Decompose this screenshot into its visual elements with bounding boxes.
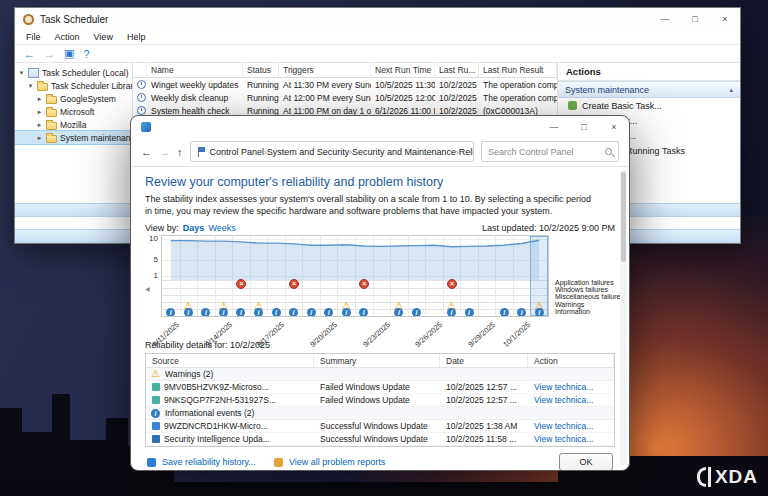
minimize-icon[interactable]: — — [650, 8, 680, 30]
menu-item-file[interactable]: File — [19, 32, 48, 42]
xda-watermark: XDA — [697, 466, 758, 488]
scrollbar[interactable] — [620, 170, 627, 465]
tree-item-system-maintenance[interactable]: ▸System maintenance — [15, 131, 132, 144]
menu-item-action[interactable]: Action — [48, 32, 87, 42]
help-icon[interactable]: ? — [83, 48, 89, 60]
info-icon: i — [219, 308, 228, 317]
column-header-last-ru-[interactable]: Last Ru... — [435, 63, 479, 77]
grid-line — [162, 280, 548, 281]
column-header-next-run-time[interactable]: Next Run Time — [371, 63, 435, 77]
expand-icon[interactable]: ▸ — [36, 134, 43, 142]
actions-section-header[interactable]: System maintenance ▴ — [558, 81, 740, 98]
minimize-icon[interactable]: — — [539, 116, 569, 137]
details-column-summary[interactable]: Summary — [314, 354, 440, 367]
details-date: 10/2/2025 12:57 ... — [440, 382, 528, 392]
window-icon[interactable]: ▣ — [64, 47, 74, 60]
view-technical-link[interactable]: View technica... — [534, 395, 593, 405]
task-status: Running — [243, 93, 279, 103]
task-row[interactable]: Weekly disk cleanupRunningAt 12:00 PM ev… — [133, 91, 557, 104]
details-group-label: Informational events (2) — [165, 408, 254, 418]
collapse-icon[interactable]: ▴ — [729, 86, 733, 94]
details-group-info: iInformational events (2) — [146, 407, 614, 420]
details-action: View technica... — [528, 421, 614, 431]
view-days-link[interactable]: Days — [183, 223, 205, 233]
view-technical-link[interactable]: View technica... — [534, 434, 593, 444]
scroll-left-icon[interactable]: ◀ — [145, 285, 150, 292]
expand-icon[interactable]: ▸ — [36, 95, 43, 103]
info-icon: i — [517, 308, 526, 317]
tree-item-library[interactable]: ▾Task Scheduler Library — [15, 79, 132, 92]
y-axis-label: 10 — [149, 234, 158, 243]
grid-line — [162, 276, 548, 277]
column-header-status[interactable]: Status — [243, 63, 279, 77]
expand-icon[interactable]: ▸ — [36, 121, 43, 129]
action-item-create-basic-task[interactable]: Create Basic Task... — [558, 98, 740, 113]
task-scheduler-tree: ▾Task Scheduler (Local)▾Task Scheduler L… — [15, 63, 133, 203]
breadcrumb-item[interactable]: System and Security — [267, 147, 350, 157]
column-header-name[interactable]: Name — [147, 63, 243, 77]
view-technical-link[interactable]: View technica... — [534, 382, 593, 392]
view-reports-link[interactable]: View all problem reports — [289, 457, 385, 467]
view-weeks-link[interactable]: Weeks — [208, 223, 235, 233]
legend-item: Windows failures — [555, 286, 608, 293]
breadcrumb[interactable]: Control Panel›System and Security›Securi… — [190, 141, 475, 162]
task-row[interactable]: Winget weekly updatesRunningAt 11:30 PM … — [133, 78, 557, 91]
maximize-icon[interactable]: □ — [680, 8, 710, 30]
breadcrumb-item[interactable]: Reliability Monitor — [459, 147, 474, 157]
task-scheduler-titlebar[interactable]: Task Scheduler — □ × — [15, 8, 740, 30]
error-icon: × — [289, 279, 299, 289]
actions-section-label: System maintenance — [565, 85, 649, 95]
breadcrumb-item[interactable]: Control Panel — [210, 147, 265, 157]
back-icon[interactable]: ← — [24, 48, 35, 60]
details-row[interactable]: 9WZDNCRD1HKW-Micro...Successful Windows … — [146, 420, 614, 433]
back-icon[interactable]: ← — [141, 146, 152, 158]
breadcrumb-item[interactable]: Security and Maintenance — [352, 147, 456, 157]
details-source: 9WZDNCRD1HKW-Micro... — [146, 421, 314, 431]
menu-item-view[interactable]: View — [87, 32, 120, 42]
details-date: 10/2/2025 1:38 AM — [440, 421, 528, 431]
reliability-titlebar[interactable]: — □ × — [131, 116, 629, 137]
close-icon[interactable]: × — [710, 8, 740, 30]
tree-item-mozilla[interactable]: ▸Mozilla — [15, 118, 132, 131]
chart-legend: Application failuresWindows failuresMisc… — [549, 235, 615, 317]
breadcrumb-items: Control Panel›System and Security›Securi… — [210, 147, 475, 157]
column-header-triggers[interactable]: Triggers — [279, 63, 371, 77]
info-icon: i — [412, 308, 421, 317]
forward-icon[interactable]: → — [159, 146, 170, 158]
grid-line — [162, 260, 548, 261]
task-last_run: 10/2/2025 9:0... — [435, 106, 479, 116]
task-icon — [137, 80, 146, 89]
expand-icon[interactable]: ▸ — [36, 108, 43, 116]
details-row[interactable]: 9MV0B5HZVK9Z-Microso...Failed Windows Up… — [146, 381, 614, 394]
info-icon: i — [307, 308, 316, 317]
tree-item-label: Microsoft — [60, 107, 94, 117]
tree-item-googlesystem[interactable]: ▸GoogleSystem — [15, 92, 132, 105]
expand-icon[interactable]: ▾ — [18, 69, 25, 77]
reliability-app-icon — [141, 122, 151, 132]
tree-item-label: Mozilla — [60, 120, 86, 130]
task-icon-cell — [133, 93, 147, 102]
details-source: 9MV0B5HZVK9Z-Microso... — [146, 382, 314, 392]
task-name: Weekly disk cleanup — [147, 93, 243, 103]
search-input[interactable]: Search Control Panel — [481, 141, 619, 162]
menu-item-help[interactable]: Help — [120, 32, 153, 42]
scrollbar-thumb[interactable] — [621, 172, 626, 262]
details-column-source[interactable]: Source — [146, 354, 314, 367]
reliability-chart[interactable]: ××××⚠⚠⚠⚠⚠⚠⚠iiiiiiiiiiiiiiiiiii — [161, 235, 549, 317]
forward-icon[interactable]: → — [44, 48, 55, 60]
close-icon[interactable]: × — [599, 116, 629, 137]
tree-item-root[interactable]: ▾Task Scheduler (Local) — [15, 66, 132, 79]
details-column-action[interactable]: Action — [528, 354, 614, 367]
column-header-last-run-result[interactable]: Last Run Result — [479, 63, 557, 77]
menu-bar: FileActionViewHelp — [15, 30, 740, 45]
details-row[interactable]: Security Intelligence Upda...Successful … — [146, 433, 614, 446]
maximize-icon[interactable]: □ — [569, 116, 599, 137]
view-technical-link[interactable]: View technica... — [534, 421, 593, 431]
tree-item-microsoft[interactable]: ▸Microsoft — [15, 105, 132, 118]
app-icon — [152, 435, 160, 443]
up-icon[interactable]: ↑ — [177, 146, 183, 158]
details-row[interactable]: 9NKSQGP7F2NH-531927S...Failed Windows Up… — [146, 394, 614, 407]
save-history-link[interactable]: Save reliability history... — [162, 457, 256, 467]
expand-icon[interactable]: ▾ — [27, 82, 34, 90]
ok-button[interactable]: OK — [559, 453, 613, 470]
